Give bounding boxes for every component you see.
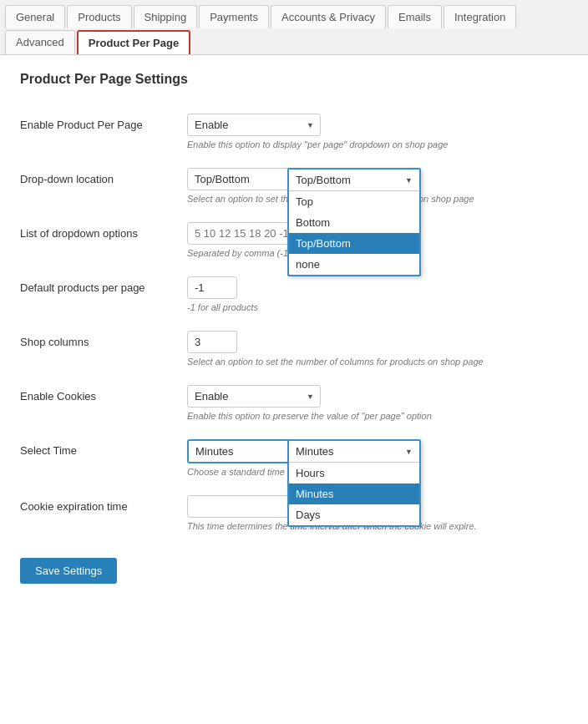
enable-product-label: Enable Product Per Page [20,114,187,131]
shop-columns-label: Shop columns [20,331,187,348]
shop-columns-field: Select an option to set the number of co… [187,331,568,367]
tab-products[interactable]: Products [67,5,131,28]
enable-cookies-description: Enable this option to preserve the value… [187,411,568,421]
enable-product-select-wrapper: Enable Disable [187,114,321,136]
save-button[interactable]: Save Settings [20,558,117,584]
tab-shipping[interactable]: Shipping [134,5,198,28]
time-option-minutes[interactable]: Minutes [289,484,419,504]
dropdown-option-top[interactable]: Top [289,191,419,212]
enable-product-select[interactable]: Enable Disable [187,114,321,136]
tab-product-per-page[interactable]: Product Per Page [77,30,190,54]
enable-cookies-select[interactable]: Enable Disable [187,385,321,408]
dropdown-location-row: Drop-down location Top/Bottom Top Bottom… [20,168,568,204]
select-time-open: Minutes Hours Minutes Days [287,439,421,527]
default-products-row: Default products per page -1 for all pro… [20,276,568,312]
time-option-hours[interactable]: Hours [289,463,419,484]
enable-cookies-field: Enable Disable Enable this option to pre… [187,385,568,421]
dropdown-location-open: Top/Bottom Top Bottom Top/Bottom none [287,168,421,276]
list-options-label: List of dropdown options [20,222,187,240]
dropdown-option-topbottom[interactable]: Top/Bottom [289,233,419,254]
tab-payments[interactable]: Payments [199,5,269,28]
tab-general[interactable]: General [5,5,65,28]
page-title: Product Per Page Settings [20,72,568,94]
enable-cookies-select-wrapper: Enable Disable [187,385,321,408]
tab-bar: General Products Shipping Payments Accou… [0,0,588,55]
tab-accounts-privacy[interactable]: Accounts & Privacy [271,5,386,28]
enable-product-field: Enable Disable Enable this option to dis… [187,114,568,149]
enable-product-row: Enable Product Per Page Enable Disable E… [20,114,568,149]
tab-integration[interactable]: Integration [444,5,516,28]
dropdown-location-open-header[interactable]: Top/Bottom [289,170,419,191]
shop-columns-input[interactable] [187,331,237,353]
default-products-label: Default products per page [20,276,187,294]
select-time-label: Select Time [20,439,187,457]
dropdown-location-options: Top Bottom Top/Bottom none [289,191,419,275]
select-time-row: Select Time Minutes Hours Days Choose a … [20,439,568,477]
settings-form: Enable Product Per Page Enable Disable E… [20,114,568,584]
shop-columns-row: Shop columns Select an option to set the… [20,331,568,367]
dropdown-location-label: Drop-down location [20,168,187,185]
save-section: Save Settings [20,549,568,584]
select-time-options: Hours Minutes Days [289,463,419,525]
enable-cookies-label: Enable Cookies [20,385,187,403]
select-time-open-header[interactable]: Minutes [289,441,419,463]
tab-emails[interactable]: Emails [388,5,442,28]
tab-advanced[interactable]: Advanced [5,30,75,54]
time-option-days[interactable]: Days [289,504,419,525]
enable-product-description: Enable this option to display "per page"… [187,139,568,149]
default-products-field: -1 for all products [187,276,568,312]
shop-columns-description: Select an option to set the number of co… [187,357,568,367]
default-products-input[interactable] [187,276,237,299]
dropdown-option-bottom[interactable]: Bottom [289,212,419,233]
enable-cookies-row: Enable Cookies Enable Disable Enable thi… [20,385,568,421]
main-content: Product Per Page Settings Enable Product… [0,55,588,724]
dropdown-option-none[interactable]: none [289,254,419,275]
cookie-expiration-label: Cookie expiration time [20,495,187,513]
default-products-description: -1 for all products [187,302,568,312]
